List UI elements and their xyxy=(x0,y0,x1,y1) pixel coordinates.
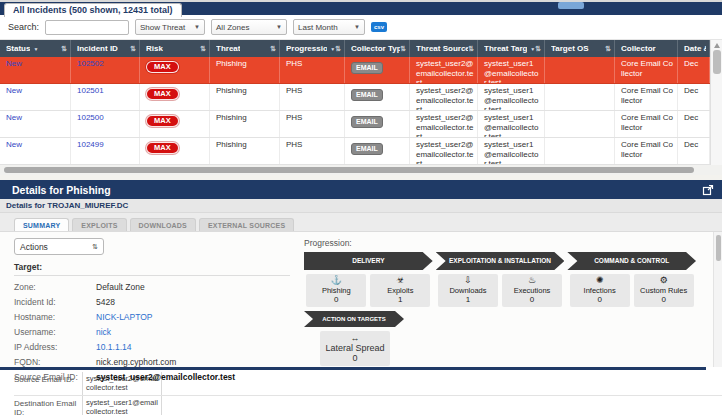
col-threat-target[interactable]: Threat Target▼⇅ xyxy=(478,40,545,57)
date-cell: Dec xyxy=(678,111,710,137)
zone-filter-select[interactable]: All Zones ▼ xyxy=(211,19,287,35)
chevron-down-icon: ▼ xyxy=(354,24,360,30)
col-label: Date & xyxy=(684,44,706,53)
scrollbar-up-arrow-icon[interactable] xyxy=(714,43,720,48)
status-link[interactable]: New xyxy=(6,113,22,122)
time-filter-select[interactable]: Last Month ▼ xyxy=(293,19,365,35)
col-collector[interactable]: Collector xyxy=(615,40,678,57)
tab-summary[interactable]: SUMMARY xyxy=(14,218,69,231)
sort-icon[interactable]: ⇅ xyxy=(61,45,67,53)
details-vertical-scrollbar[interactable] xyxy=(713,232,722,367)
hostname-link[interactable]: NICK-LAPTOP xyxy=(96,312,153,322)
incident-id-link[interactable]: 102501 xyxy=(77,86,104,95)
tab-external-sources[interactable]: EXTERNAL SOURCES xyxy=(199,218,294,231)
sort-icon[interactable]: ⇅ xyxy=(605,45,611,53)
actions-label: Actions xyxy=(20,242,48,252)
details-tabs: SUMMARY EXPLOITS DOWNLOADS EXTERNAL SOUR… xyxy=(0,213,722,232)
sort-icon[interactable]: ⇅ xyxy=(130,45,136,53)
col-collector-type[interactable]: Collector Type⇅ xyxy=(345,40,410,57)
col-incident-id[interactable]: Incident ID⇅ xyxy=(71,40,140,57)
search-input[interactable] xyxy=(45,20,129,35)
stage-phishing[interactable]: ⚓ Phishing 0 xyxy=(306,274,366,307)
threat-target-cell: systest_user1@emailcollector.test xyxy=(478,138,545,164)
target-os-cell xyxy=(545,111,615,137)
date-cell: Dec xyxy=(678,138,710,164)
scrollbar-thumb[interactable] xyxy=(713,50,721,74)
target-os-cell xyxy=(545,138,615,164)
tab-exploits[interactable]: EXPLOITS xyxy=(72,218,126,231)
risk-badge: MAX xyxy=(146,88,179,100)
stage-downloads[interactable]: ⇩ Downloads 1 xyxy=(438,274,498,307)
phase-delivery: DELIVERY xyxy=(304,252,433,270)
stage-custom-rules[interactable]: ⚙ Custom Rules 0 xyxy=(634,274,694,307)
collector-type-badge: EMAIL xyxy=(351,89,383,101)
kill-chain-phases: DELIVERY EXPLOITATION & INSTALLATION COM… xyxy=(304,252,696,270)
collector-type-badge: EMAIL xyxy=(351,62,383,74)
time-filter-value: Last Month xyxy=(298,23,338,32)
table-vertical-scrollbar[interactable] xyxy=(710,40,722,165)
incident-id-link[interactable]: 102499 xyxy=(77,140,104,149)
col-label: Status xyxy=(6,44,30,53)
field-label: Zone: xyxy=(14,282,96,292)
sort-icon[interactable]: ⇅ xyxy=(468,45,474,53)
threat-source-cell: systest_user2@emailcollector.test xyxy=(410,57,478,83)
stage-label: Custom Rules xyxy=(635,286,693,295)
delivery-stages: ⚓ Phishing 0 ☣ Exploits 1 xyxy=(304,274,433,307)
table-row[interactable]: New 102501 MAX Phishing PHS EMAIL systes… xyxy=(0,84,710,111)
phase-exploitation-installation: EXPLOITATION & INSTALLATION xyxy=(436,252,565,270)
command-control-stages: ✺ Infections 0 ⚙ Custom Rules 0 xyxy=(567,274,696,307)
col-progression[interactable]: Progression▼⇅ xyxy=(280,40,345,57)
stage-executions[interactable]: ♨ Executions 0 xyxy=(502,274,562,307)
username-link[interactable]: nick xyxy=(96,327,111,337)
stage-count: 0 xyxy=(571,295,629,304)
sort-icon[interactable]: ⇅ xyxy=(200,45,206,53)
col-status[interactable]: Status▼⇅ xyxy=(0,40,71,57)
table-horizontal-scrollbar[interactable] xyxy=(0,165,722,175)
status-link[interactable]: New xyxy=(6,140,22,149)
table-row[interactable]: New 102499 MAX Phishing PHS EMAIL systes… xyxy=(0,138,710,165)
status-link[interactable]: New xyxy=(6,86,22,95)
csv-export-button[interactable]: csv xyxy=(371,22,387,32)
scrollbar-thumb[interactable] xyxy=(716,235,721,261)
stage-count: 1 xyxy=(439,295,497,304)
stage-count: 0 xyxy=(321,353,389,363)
col-date[interactable]: Date & xyxy=(678,40,710,57)
stage-lateral-spread[interactable]: ↔ Lateral Spread 0 xyxy=(320,331,390,366)
expand-panel-icon[interactable] xyxy=(702,184,714,196)
ip-address-link[interactable]: 10.1.1.14 xyxy=(96,342,131,352)
stage-label: Phishing xyxy=(307,286,365,295)
sort-icon[interactable]: ⇅ xyxy=(270,45,276,53)
progression-label: Progression: xyxy=(304,238,712,248)
filter-funnel-icon[interactable]: ▼ xyxy=(33,46,38,52)
incident-id-link[interactable]: 102502 xyxy=(77,59,104,68)
threat-target-cell: systest_user1@emailcollector.test xyxy=(478,111,545,137)
status-link[interactable]: New xyxy=(6,59,22,68)
chevron-down-icon: ▼ xyxy=(276,24,282,30)
threat-filter-select[interactable]: Show Threat ▼ xyxy=(135,19,205,35)
detail-field-username: Username: nick xyxy=(14,324,300,339)
col-threat[interactable]: Threat⇅ xyxy=(210,40,280,57)
divider xyxy=(14,275,290,276)
incident-id-link[interactable]: 102500 xyxy=(77,113,104,122)
field-value: Default Zone xyxy=(96,282,145,292)
field-label: IP Address: xyxy=(14,342,96,352)
target-os-cell xyxy=(545,57,615,83)
sort-icon[interactable]: ⇅ xyxy=(335,45,341,53)
table-row[interactable]: New 102500 MAX Phishing PHS EMAIL systes… xyxy=(0,111,710,138)
table-row[interactable]: New 102502 MAX Phishing PHS EMAIL systes… xyxy=(0,57,710,84)
scrollbar-thumb[interactable] xyxy=(4,167,694,173)
stage-exploits[interactable]: ☣ Exploits 1 xyxy=(370,274,430,307)
all-incidents-tab[interactable]: All Incidents (500 shown, 12431 total) xyxy=(4,3,182,17)
stage-count: 0 xyxy=(635,295,693,304)
sort-icon[interactable]: ⇅ xyxy=(535,45,541,53)
threat-cell: Phishing xyxy=(210,84,280,110)
stage-infections[interactable]: ✺ Infections 0 xyxy=(570,274,630,307)
tab-downloads[interactable]: DOWNLOADS xyxy=(130,218,196,231)
actions-select[interactable]: Actions ⇅ xyxy=(14,238,104,255)
col-risk[interactable]: Risk⇅ xyxy=(140,40,210,57)
col-threat-source[interactable]: Threat Source⇅ xyxy=(410,40,478,57)
col-target-os[interactable]: Target OS⇅ xyxy=(545,40,615,57)
stage-label: Lateral Spread xyxy=(321,343,389,353)
sort-icon[interactable]: ⇅ xyxy=(400,45,406,53)
stage-label: Infections xyxy=(571,286,629,295)
